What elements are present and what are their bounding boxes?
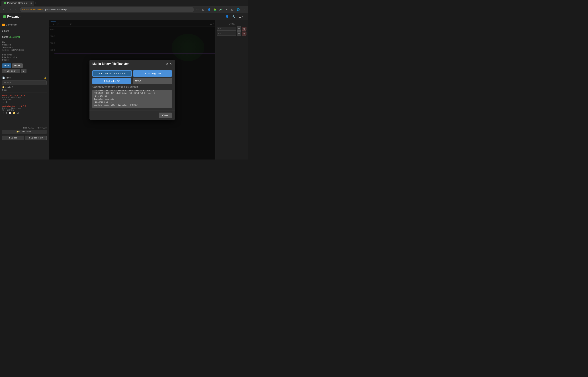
print-time-left-row: Print Time Left: -: [2, 56, 47, 59]
reload-button[interactable]: ↻: [14, 7, 19, 12]
info-icon: ℹ: [2, 30, 3, 32]
globe-button[interactable]: 🌐: [236, 7, 241, 12]
forward-button[interactable]: →: [8, 7, 13, 12]
connection-header: 📶 Connection: [2, 23, 47, 27]
files-section: 📄 Files 🔒 📁 marlinbft Size: froefrog_45_…: [0, 75, 49, 142]
browser-tab[interactable]: Pyracmon [OctoPrint] ✕: [1, 0, 34, 6]
user-icon-button[interactable]: 👤: [224, 14, 230, 19]
divider2: [2, 40, 47, 40]
action-buttons: Print Pause: [2, 63, 47, 68]
upload-sd-modal-icon: ⬆: [103, 80, 105, 82]
file-entry-2: xyzCalibration_cube_0.3_P... Uploaded: 1…: [2, 104, 47, 115]
uploaded-row: Uploaded:: [2, 44, 47, 46]
close-button[interactable]: Close: [159, 113, 172, 118]
printed-row: Printed: -: [2, 59, 47, 61]
divider3: [2, 52, 47, 52]
state-header: ℹ State: [2, 29, 47, 33]
pause-button[interactable]: Pause: [12, 63, 23, 68]
security-warning-text: Not secure: [33, 9, 42, 11]
create-folder-button[interactable]: 📁 Create folder...: [2, 130, 47, 134]
modal-hint: Set options, then select 'Upload to SD' …: [92, 85, 172, 88]
wrench-icon-button[interactable]: 🔧: [230, 14, 237, 19]
power-icon-button[interactable]: ⏻ ▾: [237, 14, 245, 19]
file1-name: froefrog_45_cut_0.3_PLA...: [2, 94, 47, 96]
main-content: 🌡 >_ ✛ ⚙ ☰ ▾ 300°C 250°C 200°C 150°C: [49, 20, 215, 160]
wallet-button[interactable]: ⊡: [230, 7, 235, 12]
browser-tabs: Pyracmon [OctoPrint] ✕ +: [0, 0, 248, 6]
browser-toolbar: ← → ↻ Not secure Not secure | pyracmon.l…: [0, 6, 248, 13]
files-header: 📄 Files 🔒: [2, 76, 47, 80]
file2-copy-button[interactable]: 📋: [8, 112, 12, 114]
print-button[interactable]: Print: [2, 63, 11, 68]
file1-chevron-button[interactable]: ▾: [2, 101, 4, 104]
folder-create-icon: 📁: [16, 130, 19, 133]
divider5: [2, 92, 47, 93]
address-bar[interactable]: Not secure Not secure | pyracmon.local/#…: [20, 7, 194, 12]
back-button[interactable]: ←: [1, 7, 7, 12]
app-logo: Pyracmon: [3, 15, 21, 18]
file1-uploaded: Uploaded: 17 days ago: [2, 96, 47, 98]
file2-upload-button[interactable]: ⬆: [5, 112, 8, 114]
file2-print-button[interactable]: 🖨: [16, 112, 20, 114]
file2-folder-button[interactable]: 📁: [12, 112, 16, 114]
state-operational: State: Operational: [2, 35, 47, 39]
divider4: [2, 62, 47, 62]
timer-button[interactable]: ⏱: [21, 69, 26, 73]
modal-close-x-button[interactable]: ✕: [170, 62, 172, 65]
modal-top-row: ↻ Reconnect after transfer >_ Send gcode: [92, 70, 172, 77]
tab-favicon: [4, 2, 6, 4]
log-line: PROGRESS: 99.65% 14.01KiB/s [20.39KiB/s]…: [94, 90, 170, 92]
reconnect-after-transfer-button[interactable]: ↻ Reconnect after transfer: [92, 70, 132, 77]
gaming-button[interactable]: 🎮: [218, 7, 223, 12]
favorites-button[interactable]: ★: [224, 7, 229, 12]
profile-button[interactable]: 👤: [207, 7, 212, 12]
extensions-button[interactable]: ⊞: [201, 7, 206, 12]
modal-body: ↻ Reconnect after transfer >_ Send gcode…: [89, 68, 175, 111]
offset-edit-1-button[interactable]: ✏: [237, 26, 241, 31]
upload-to-sd-button[interactable]: ⬆ Upload to SD: [25, 136, 47, 140]
send-gcode-button[interactable]: >_ Send gcode: [133, 70, 172, 77]
modal-settings-icon[interactable]: ⚙: [166, 62, 168, 65]
folder-size: Size:: [2, 89, 47, 91]
offset-delete-1-button[interactable]: 🗑: [242, 27, 247, 31]
print-time-row: Print Time: -: [2, 53, 47, 56]
menu-button[interactable]: ⋯: [241, 7, 247, 12]
offset-row-2: 0 °C ✏ 🗑: [217, 31, 247, 35]
file2-uploaded: Uploaded: 14 days ago: [2, 107, 47, 109]
file2-chevron-button[interactable]: ▾: [2, 112, 4, 114]
file-entry-1: froefrog_45_cut_0.3_PLA... Uploaded: 17 …: [2, 94, 47, 104]
modal-second-row: ⬆ Upload to SD: [92, 78, 172, 84]
tab-title: Pyracmon [OctoPrint]: [7, 2, 28, 4]
gcode-input[interactable]: [133, 78, 172, 84]
log-line: Finishing up...: [94, 101, 170, 104]
logo-icon: [3, 15, 6, 18]
dryrun-button[interactable]: 🛡 DryRun OFF: [2, 69, 20, 73]
offset-value-2: 0 °C: [217, 32, 236, 35]
offset-delete-2-button[interactable]: 🗑: [242, 32, 247, 35]
folder-item: 📁 marlinbft: [2, 85, 47, 89]
dryrun-icon: 🛡: [4, 70, 6, 72]
file2-actions: ▾ ⬆ 📋 📁 🖨: [2, 112, 47, 114]
new-tab-button[interactable]: +: [35, 1, 37, 5]
tab-close-button[interactable]: ✕: [30, 2, 32, 4]
log-line: File closed: [94, 94, 170, 98]
file2-size: Size: 405.9KB: [2, 109, 47, 111]
file1-size: Size: 2.2MB: [2, 98, 47, 100]
sidebar: 📶 Connection ℹ State State: Operational …: [0, 20, 49, 160]
file1-actions: ▾ ⬆: [2, 101, 47, 104]
upload-buttons: ⬆ Upload ⬆ Upload to SD: [2, 136, 47, 140]
puzzle-button[interactable]: 🧩: [212, 7, 217, 12]
upload-to-sd-modal-button[interactable]: ⬆ Upload to SD: [92, 78, 131, 84]
offset-edit-2-button[interactable]: ✏: [237, 31, 241, 35]
upload-button[interactable]: ⬆ Upload: [2, 136, 24, 140]
toolbar-icons: ☆ ⊞ 👤 🧩 🎮 ★ ⊡ 🌐 ⋯: [195, 7, 247, 12]
modal-title: Marlin Binary File Transfer: [92, 62, 166, 65]
files-lock-icon[interactable]: 🔒: [44, 76, 47, 79]
address-url: pyracmon.local/#temp: [45, 8, 67, 11]
bookmark-button[interactable]: ☆: [195, 7, 200, 12]
app-header: Pyracmon 👤 🔧 ⏻ ▾: [0, 13, 248, 20]
modal-log[interactable]: PROGRESS: 99.65% 14.01KiB/s [20.39KiB/s]…: [92, 90, 172, 108]
file1-upload-button[interactable]: ⬆: [5, 101, 8, 104]
offset-header: Offset: [217, 22, 247, 26]
files-search-input[interactable]: [2, 81, 47, 85]
